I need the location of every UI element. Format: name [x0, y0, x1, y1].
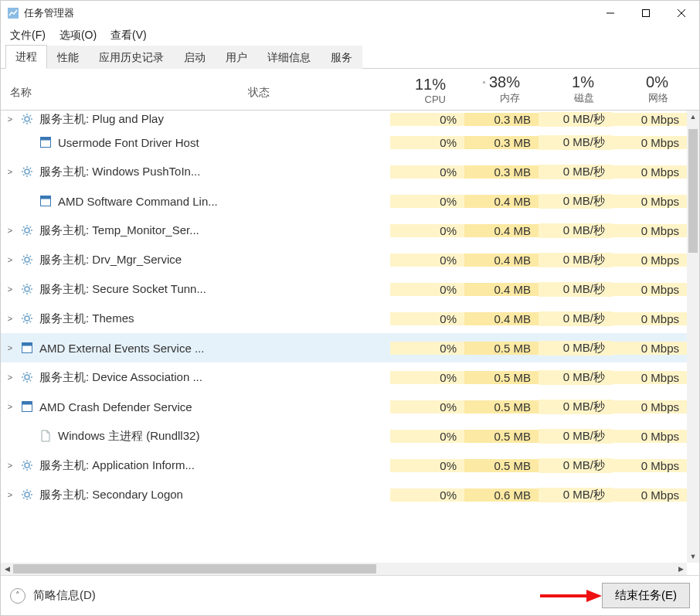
column-network[interactable]: 0% 网络	[602, 69, 676, 110]
tab-details[interactable]: 详细信息	[257, 46, 321, 69]
cell-mem: 0.5 MB	[464, 459, 539, 472]
table-row[interactable]: >服务主机: Plug and Play0%0.3 MB0 MB/秒0 Mbps	[1, 111, 687, 128]
process-name: Usermode Font Driver Host	[53, 136, 390, 149]
close-button[interactable]	[664, 1, 699, 26]
svg-line-12	[23, 122, 25, 124]
maximize-button[interactable]	[628, 1, 664, 26]
column-cpu[interactable]: 11% CPU	[379, 69, 454, 110]
table-row[interactable]: >服务主机: Secure Socket Tunn...0%0.4 MB0 MB…	[1, 274, 687, 304]
gear-icon	[19, 459, 35, 471]
gear-icon	[19, 254, 35, 266]
svg-line-70	[23, 373, 25, 375]
cell-mem: 0.5 MB	[464, 371, 539, 384]
table-row[interactable]: >服务主机: Windows PushToIn...0%0.3 MB0 MB/秒…	[1, 157, 687, 186]
cell-cpu: 0%	[390, 165, 464, 179]
menu-file[interactable]: 文件(F)	[10, 29, 46, 43]
tab-processes[interactable]: 进程	[5, 45, 47, 69]
cell-net: 0 Mbps	[613, 400, 687, 414]
expand-icon[interactable]: >	[1, 114, 19, 124]
end-task-button[interactable]: 结束任务(E)	[602, 583, 690, 608]
svg-point-85	[25, 492, 29, 497]
cell-mem: 0.6 MB	[464, 488, 539, 502]
doc-icon	[38, 430, 53, 442]
tab-startup[interactable]: 启动	[174, 46, 216, 69]
column-memory[interactable]: ˄38% 内存	[454, 69, 528, 110]
mem-label: 内存	[454, 91, 520, 105]
footer: ˄ 简略信息(D) 结束任务(E)	[1, 575, 699, 615]
process-list-container: >服务主机: Plug and Play0%0.3 MB0 MB/秒0 Mbps…	[1, 111, 699, 575]
table-row[interactable]: >服务主机: Device Association ...0%0.5 MB0 M…	[1, 362, 687, 392]
table-row[interactable]: >服务主机: Temp_Monitor_Ser...0%0.4 MB0 MB/秒…	[1, 216, 687, 245]
svg-line-10	[23, 115, 25, 117]
svg-line-81	[23, 461, 25, 463]
expand-icon[interactable]: >	[1, 314, 19, 323]
cell-cpu: 0%	[390, 136, 464, 149]
vscroll-thumb[interactable]	[688, 129, 698, 253]
fewer-details-label: 简略信息(D)	[33, 588, 96, 603]
table-row[interactable]: >AMD External Events Service ...0%0.5 MB…	[1, 333, 687, 362]
tab-app-history[interactable]: 应用历史记录	[89, 46, 174, 69]
scroll-down-icon[interactable]: ▼	[687, 550, 699, 563]
tab-performance[interactable]: 性能	[47, 46, 89, 69]
svg-line-35	[30, 226, 32, 228]
column-disk[interactable]: 1% 磁盘	[528, 69, 602, 110]
cell-disk: 0 MB/秒	[539, 165, 613, 179]
fewer-details-button[interactable]: ˄ 简略信息(D)	[10, 588, 96, 604]
cell-net: 0 Mbps	[613, 371, 687, 384]
expand-icon[interactable]: >	[1, 284, 19, 294]
menu-options[interactable]: 选项(O)	[59, 29, 97, 43]
table-row[interactable]: >服务主机: Themes0%0.4 MB0 MB/秒0 Mbps	[1, 304, 687, 333]
scroll-left-icon[interactable]: ◀	[1, 563, 13, 575]
cell-net: 0 Mbps	[613, 224, 687, 237]
column-status[interactable]: 状态	[248, 69, 379, 110]
vertical-scrollbar[interactable]: ▲ ▼	[687, 111, 699, 563]
svg-line-61	[23, 322, 25, 323]
svg-line-52	[23, 292, 25, 294]
scroll-right-icon[interactable]: ▶	[675, 563, 687, 575]
minimize-button[interactable]	[593, 1, 628, 26]
menu-view[interactable]: 查看(V)	[110, 29, 147, 43]
cell-cpu: 0%	[390, 488, 464, 502]
cell-cpu: 0%	[390, 254, 464, 267]
expand-icon[interactable]: >	[1, 402, 19, 411]
process-name: 服务主机: Secure Socket Tunn...	[35, 282, 390, 297]
hscroll-track[interactable]	[13, 563, 675, 575]
svg-line-33	[30, 233, 32, 235]
net-total-pct: 0%	[602, 73, 668, 91]
expand-icon[interactable]: >	[1, 255, 19, 264]
process-name: 服务主机: Device Association ...	[35, 370, 390, 385]
cell-disk: 0 MB/秒	[539, 341, 613, 356]
svg-line-11	[30, 122, 32, 124]
svg-point-16	[25, 169, 29, 174]
scroll-up-icon[interactable]: ▲	[687, 111, 699, 123]
cell-cpu: 0%	[390, 113, 464, 126]
expand-icon[interactable]: >	[1, 373, 19, 382]
horizontal-scrollbar[interactable]: ◀ ▶	[1, 563, 687, 575]
table-row[interactable]: >服务主机: Drv_Mgr_Service0%0.4 MB0 MB/秒0 Mb…	[1, 245, 687, 274]
expand-icon[interactable]: >	[1, 490, 19, 499]
hscroll-thumb[interactable]	[13, 564, 376, 573]
vscroll-track[interactable]	[687, 123, 699, 550]
net-label: 网络	[602, 91, 668, 105]
cell-mem: 0.3 MB	[464, 136, 539, 149]
process-name: AMD Software Command Lin...	[53, 195, 390, 208]
expand-icon[interactable]: >	[1, 461, 19, 470]
expand-icon[interactable]: >	[1, 343, 19, 352]
cell-cpu: 0%	[390, 224, 464, 237]
gear-icon	[19, 488, 35, 501]
tab-users[interactable]: 用户	[216, 46, 257, 69]
table-row[interactable]: AMD Software Command Lin...0%0.4 MB0 MB/…	[1, 186, 687, 216]
table-row[interactable]: Windows 主进程 (Rundll32)0%0.5 MB0 MB/秒0 Mb…	[1, 421, 687, 451]
expand-icon[interactable]: >	[1, 167, 19, 176]
table-row[interactable]: Usermode Font Driver Host0%0.3 MB0 MB/秒0…	[1, 128, 687, 157]
svg-line-23	[23, 175, 25, 176]
cell-cpu: 0%	[390, 342, 464, 355]
expand-icon[interactable]: >	[1, 226, 19, 235]
tab-services[interactable]: 服务	[321, 46, 362, 69]
table-row[interactable]: >服务主机: Secondary Logon0%0.6 MB0 MB/秒0 Mb…	[1, 480, 687, 509]
table-row[interactable]: >AMD Crash Defender Service0%0.5 MB0 MB/…	[1, 392, 687, 421]
cell-cpu: 0%	[390, 430, 464, 443]
table-row[interactable]: >服务主机: Application Inform...0%0.5 MB0 MB…	[1, 451, 687, 480]
column-name[interactable]: 名称	[1, 69, 248, 110]
cell-cpu: 0%	[390, 400, 464, 414]
